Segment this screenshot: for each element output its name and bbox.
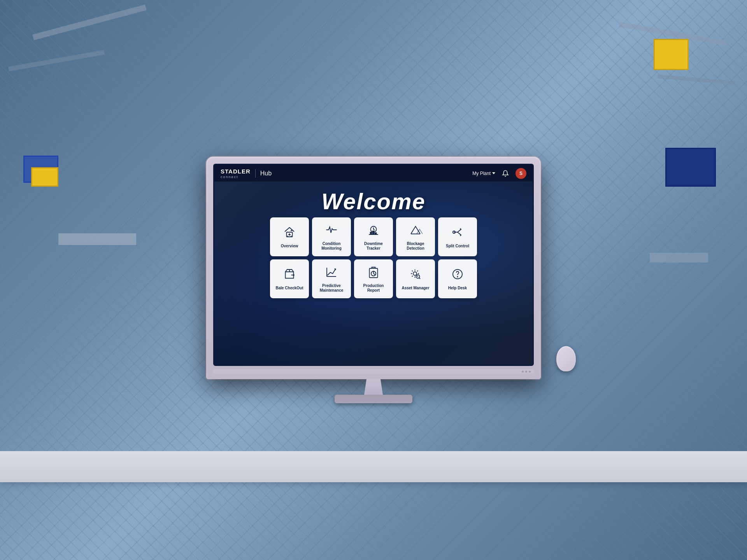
indicator-dot-3 <box>529 371 531 373</box>
trend-up-icon <box>324 265 338 280</box>
monitor-bottom-bar <box>213 369 534 374</box>
hub-title: Hub <box>260 170 272 177</box>
welcome-section: Welcome <box>214 188 533 214</box>
table-surface <box>0 451 747 482</box>
brand-sub: connect <box>221 175 251 179</box>
gear-search-icon <box>409 267 423 283</box>
user-avatar[interactable]: S <box>516 168 526 179</box>
mountain-icon <box>409 223 423 238</box>
monitor-wrapper: STADLER connect Hub My Plant <box>206 157 541 403</box>
welcome-heading: Welcome <box>321 188 426 214</box>
svg-point-14 <box>413 272 417 275</box>
clipboard-chart-icon <box>366 265 381 280</box>
monitor-stand-neck <box>362 379 385 395</box>
tile-overview-label: Overview <box>281 244 298 248</box>
question-circle-icon <box>451 267 465 283</box>
box-arrow-icon <box>282 267 296 283</box>
tile-downtime-tracker[interactable]: Downtime Tracker <box>354 217 393 256</box>
indicator-dot-1 <box>522 371 524 373</box>
tile-bale-checkout-label: Bale CheckOut <box>275 286 303 290</box>
svg-rect-4 <box>373 231 374 234</box>
svg-rect-3 <box>370 232 372 234</box>
monitor-outer: STADLER connect Hub My Plant <box>206 157 541 379</box>
brand-logo: STADLER connect <box>221 168 251 179</box>
tile-blockage-detection-label: Blockage Detection <box>399 242 432 251</box>
home-icon <box>282 225 296 241</box>
app-grid: Overview Condition Monitoring <box>270 217 477 298</box>
svg-rect-5 <box>375 233 377 235</box>
tile-downtime-tracker-label: Downtime Tracker <box>357 242 390 251</box>
tile-production-report[interactable]: Production Report <box>354 259 393 298</box>
bg-conveyor-belt-1 <box>58 233 136 245</box>
brand-divider <box>255 169 256 178</box>
tile-overview[interactable]: Overview <box>270 217 309 256</box>
tile-predictive-maintenance[interactable]: Predictive Maintenance <box>312 259 351 298</box>
nav-right: My Plant S <box>472 168 526 179</box>
notification-button[interactable] <box>500 168 511 179</box>
heartbeat-icon <box>324 223 338 238</box>
plant-name: My Plant <box>472 171 491 176</box>
monitor-stand-base <box>335 395 412 403</box>
chart-bar-icon <box>366 223 381 238</box>
navbar: STADLER connect Hub My Plant <box>214 165 533 182</box>
plant-selector[interactable]: My Plant <box>472 171 495 176</box>
split-icon <box>451 225 465 241</box>
tile-help-desk[interactable]: Help Desk <box>438 259 477 298</box>
user-initial: S <box>519 171 523 176</box>
plant-selector-chevron <box>492 172 495 174</box>
tile-asset-manager[interactable]: Asset Manager <box>396 259 435 298</box>
indicator-dot-2 <box>525 371 527 373</box>
tile-condition-monitoring-label: Condition Monitoring <box>315 242 348 251</box>
tile-production-report-label: Production Report <box>357 284 390 293</box>
tile-help-desk-label: Help Desk <box>448 286 467 290</box>
svg-line-16 <box>419 278 420 279</box>
tile-split-control-label: Split Control <box>446 244 469 248</box>
bg-industrial-box-2 <box>31 167 58 187</box>
mouse-device <box>556 346 576 371</box>
tile-predictive-maintenance-label: Predictive Maintenance <box>315 284 348 293</box>
bg-industrial-box-3 <box>665 148 716 187</box>
tile-split-control[interactable]: Split Control <box>438 217 477 256</box>
tile-asset-manager-label: Asset Manager <box>402 286 429 290</box>
tile-condition-monitoring[interactable]: Condition Monitoring <box>312 217 351 256</box>
tile-bale-checkout[interactable]: Bale CheckOut <box>270 259 309 298</box>
brand-text: STADLER connect <box>221 168 251 179</box>
bg-industrial-box-4 <box>654 39 689 70</box>
tile-blockage-detection[interactable]: Blockage Detection <box>396 217 435 256</box>
brand-name: STADLER <box>221 168 251 175</box>
monitor-screen: STADLER connect Hub My Plant <box>213 164 534 366</box>
bg-conveyor-belt-2 <box>650 253 708 262</box>
svg-point-18 <box>457 276 458 277</box>
